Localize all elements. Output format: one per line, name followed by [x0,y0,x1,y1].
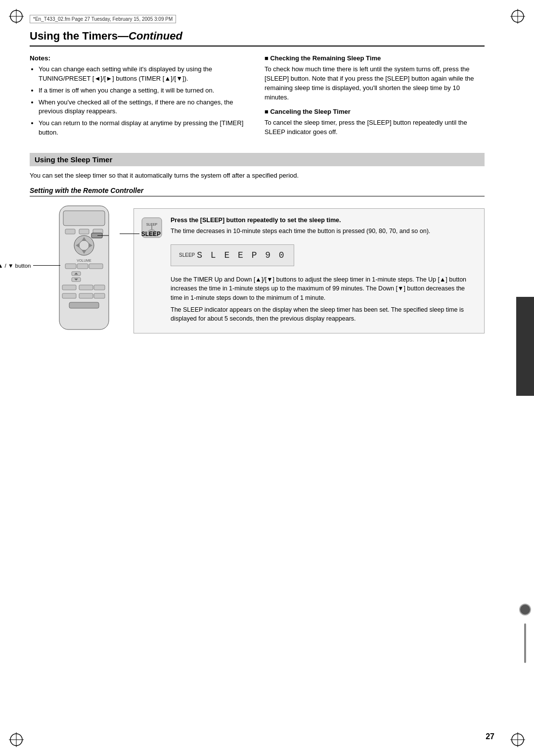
setting-subtitle: Setting with the Remote Controller [30,187,485,196]
svg-rect-36 [79,293,93,298]
svg-rect-32 [62,285,76,290]
notes-section: Notes: You can change each setting while… [30,54,250,143]
svg-rect-26 [77,264,88,269]
page-container: *En_T433_02.fm Page 27 Tuesday, February… [0,0,534,756]
notes-list: You can change each setting while it's d… [30,65,250,138]
svg-rect-37 [94,293,105,298]
sleep-timer-section: Using the Sleep Timer You can set the sl… [30,153,485,333]
instruction-para2: Use the TIMER Up and Down [▲]/[▼] button… [171,275,477,302]
svg-rect-15 [79,229,89,234]
page-number: 27 [486,732,494,741]
svg-text:VOLUME: VOLUME [77,259,91,262]
right-tab-line [524,623,526,663]
button-label: ▲ / ▼ button [0,263,60,269]
main-content: Using the Timers—Continued Notes: You ca… [30,30,485,726]
inst-text: Press the [SLEEP] button repeatedly to s… [171,216,477,326]
button-callout-line [33,265,60,266]
notes-item-1: You can change each setting while it's d… [39,65,250,84]
display-box: SLEEPS L E E P 9 0 [171,244,294,266]
corner-mark-tl [9,9,24,24]
instruction-box: SLEEP Press the [SLEEP] button repeatedl… [134,208,485,333]
checking-title: Checking the Remaining Sleep Time [265,54,485,62]
instruction-area: SLEEP Press the [SLEEP] button repeatedl… [134,208,485,333]
sleep-callout-line [120,234,139,234]
svg-point-18 [79,240,89,250]
right-tab-circle [519,604,531,615]
page-title: Using the Timers—Continued [30,30,485,47]
notes-item-4: You can return to the normal display at … [39,119,250,138]
corner-mark-br [510,732,525,747]
canceling-text: To cancel the sleep timer, press the [SL… [265,118,485,137]
right-column: Checking the Remaining Sleep Time To che… [265,54,485,143]
corner-mark-tr [510,9,525,24]
file-info: *En_T433_02.fm Page 27 Tuesday, February… [30,15,176,23]
svg-rect-35 [62,293,76,298]
corner-mark-bl [9,732,24,747]
display-area: SLEEPS L E E P 9 0 [171,239,477,271]
sleep-intro: You can set the sleep timer so that it a… [30,171,485,181]
display-value: S L E E P 9 0 [197,250,285,260]
instruction-para1: The time decreases in 10-minute steps ea… [171,227,477,236]
svg-rect-38 [69,302,99,308]
two-column-layout: Notes: You can change each setting while… [30,54,485,143]
title-continued: —Continued [118,30,182,42]
svg-rect-14 [65,229,75,234]
svg-rect-25 [65,264,76,269]
sleep-label: SLEEP [120,231,161,237]
notes-item-3: When you've checked all of the settings,… [39,98,250,117]
svg-rect-33 [79,285,93,290]
section-header: Using the Sleep Timer [30,153,485,166]
right-tab [516,297,534,396]
inst-cols: SLEEP Press the [SLEEP] button repeatedl… [141,216,477,326]
instruction-bold: Press the [SLEEP] button repeatedly to s… [171,216,477,225]
instruction-para3: The SLEEP indicator appears on the displ… [171,305,477,323]
svg-rect-34 [94,285,105,290]
svg-text:SLEEP: SLEEP [146,223,158,226]
notes-title: Notes: [30,54,250,62]
svg-rect-27 [89,264,103,269]
remote-diagram: ▲ / ▼ button SLEEP [44,203,124,333]
canceling-title: Canceling the Sleep Timer [265,108,485,115]
display-label: SLEEP [179,252,195,258]
notes-item-2: If a timer is off when you change a sett… [39,86,250,95]
svg-rect-13 [63,211,105,226]
checking-text: To check how much time there is left unt… [265,65,485,102]
title-main: Using the Timers [30,30,118,42]
